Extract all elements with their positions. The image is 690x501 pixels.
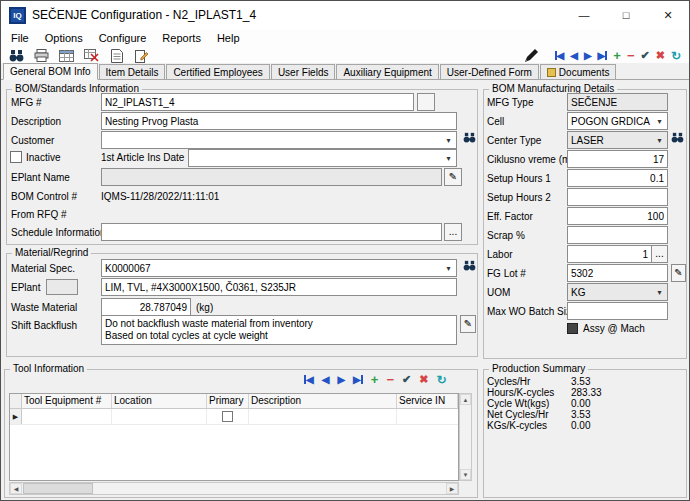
tool-insert-record-button[interactable]: + [371,373,379,386]
primary-cell[interactable] [207,409,249,424]
menu-item-configure[interactable]: Configure [91,30,155,46]
tool-grid-vscrollbar[interactable]: ▲ ▼ [459,393,472,481]
tab-auxiliary-equipment[interactable]: Auxiliary Equipment [336,64,438,79]
mfg-aux-button[interactable] [417,93,435,111]
fg-lot-erase-button[interactable]: ✎ [671,264,686,282]
scroll-up-button[interactable]: ▲ [460,394,471,405]
center-type-search-button[interactable] [671,132,684,145]
tool-nav-last-button[interactable]: ▶ [353,375,363,385]
tool-equipment-cell[interactable] [22,409,112,424]
tool-nav-first-button[interactable]: ◀ [304,375,314,385]
nav-first-button[interactable]: ◀ [555,51,565,61]
print-button[interactable] [32,48,51,64]
schedule-info-input[interactable] [101,223,442,241]
column-header-service-in[interactable]: Service IN [397,394,458,408]
last-bar-icon [361,375,363,384]
column-header-primary[interactable]: Primary [207,394,249,408]
material-spec-search-button[interactable] [463,260,476,273]
tab-user-fields[interactable]: User Fields [271,64,336,79]
menu-item-help[interactable]: Help [209,30,248,46]
center-type-select[interactable]: LASER▾ [567,131,668,149]
description-input[interactable]: Nesting Prvog Plasta [101,112,457,130]
refresh-button[interactable]: ↻ [671,50,681,62]
nav-prior-button[interactable]: ◀ [570,51,578,61]
hscroll-track[interactable] [93,483,446,494]
hscroll-thumb[interactable] [23,483,93,494]
nav-next-button[interactable]: ▶ [584,51,592,61]
scroll-left-button[interactable]: ◀ [10,483,22,494]
service-in-cell[interactable] [397,409,458,424]
setup-hours-1-input[interactable]: 0.1 [567,169,668,187]
delete-record-button[interactable]: − [627,49,635,62]
tab-documents[interactable]: Documents [540,64,617,79]
chevron-down-icon[interactable]: ▾ [653,284,666,300]
tab-general-bom-info[interactable]: General BOM Info [3,63,98,80]
search-button[interactable] [7,48,26,64]
scroll-down-button[interactable]: ▼ [460,469,471,480]
primary-checkbox[interactable] [222,411,233,422]
chevron-down-icon[interactable]: ▾ [653,113,666,129]
post-edit-button[interactable]: ✔ [641,50,650,61]
labor-input[interactable]: 1 [567,245,652,263]
edit-notes-button[interactable] [132,48,151,64]
cycle-time-input[interactable]: 17 [567,150,668,168]
column-header-location[interactable]: Location [112,394,207,408]
tool-cancel-edit-button[interactable]: ✖ [419,374,428,385]
tab-item-details[interactable]: Item Details [99,64,166,79]
description-cell[interactable] [249,409,397,424]
menu-item-options[interactable]: Options [37,30,91,46]
column-header-tool-equipment[interactable]: Tool Equipment # [22,394,112,408]
customer-search-button[interactable] [463,132,476,145]
report-button[interactable] [107,48,126,64]
shift-backflush-erase-button[interactable]: ✎ [460,315,476,333]
tool-grid[interactable]: Tool Equipment # Location Primary Descri… [9,393,459,481]
eplant-name-erase-button[interactable]: ✎ [444,168,462,186]
delete-view-button[interactable] [82,48,101,64]
tool-grid-hscrollbar[interactable]: ◀ ▶ [9,482,459,495]
fg-lot-input[interactable]: 5302 [567,264,668,282]
material-description-input[interactable]: LIM, TVL, #4X3000X1500, Č0361, S235JR [101,278,457,296]
insert-record-button[interactable]: + [613,49,621,62]
scroll-right-button[interactable]: ▶ [446,483,458,494]
eff-factor-input[interactable]: 100 [567,207,668,225]
menu-item-file[interactable]: File [3,30,37,46]
max-wo-batch-input[interactable] [567,302,668,320]
mfg-number-input[interactable]: N2_IPLAST1_4 [101,93,414,111]
scrap-pct-input[interactable] [567,226,668,244]
schedule-info-ellipsis-button[interactable]: ... [444,223,462,241]
material-spec-select[interactable]: K0000067▾ [101,259,457,277]
chevron-down-icon[interactable]: ▾ [442,132,455,148]
customer-select[interactable]: ▾ [101,131,457,149]
tool-nav-prior-button[interactable]: ◀ [322,375,330,385]
column-header-description[interactable]: Description [249,394,397,408]
chevron-down-icon[interactable]: ▾ [653,132,666,148]
table-row[interactable]: ▶ [10,409,458,425]
assy-at-mach-checkbox[interactable] [567,323,578,334]
labor-ellipsis-button[interactable]: ... [651,245,668,263]
shift-backflush-input[interactable]: Do not backflush waste material from inv… [101,315,457,345]
cell-select[interactable]: POGON GRDICA▾ [567,112,668,130]
chevron-down-icon[interactable]: ▾ [442,260,455,276]
first-article-select[interactable]: ▾ [188,149,457,167]
browse-button[interactable] [57,48,76,64]
setup-hours-2-input[interactable] [567,188,668,206]
chevron-down-icon[interactable]: ▾ [442,150,455,166]
maximize-button[interactable]: □ [605,1,647,29]
tab-user-defined-form[interactable]: User-Defined Form [440,64,539,79]
nav-last-button[interactable]: ▶ [598,51,608,61]
inactive-checkbox[interactable] [10,151,22,163]
tab-certified-employees[interactable]: Certified Employees [166,64,269,79]
tool-refresh-button[interactable]: ↻ [436,374,446,386]
signature-button[interactable] [522,48,541,64]
vscroll-track[interactable] [460,405,471,469]
uom-select[interactable]: KG▾ [567,283,668,301]
tool-nav-next-button[interactable]: ▶ [337,375,345,385]
menu-item-reports[interactable]: Reports [154,30,209,46]
waste-material-input[interactable]: 28.787049 [101,298,191,316]
minimize-button[interactable]: — [563,1,605,29]
tool-post-edit-button[interactable]: ✔ [402,374,411,385]
location-cell[interactable] [112,409,207,424]
tool-delete-record-button[interactable]: − [386,373,394,386]
close-button[interactable]: ✕ [647,1,689,29]
cancel-edit-button[interactable]: ✖ [656,50,665,61]
